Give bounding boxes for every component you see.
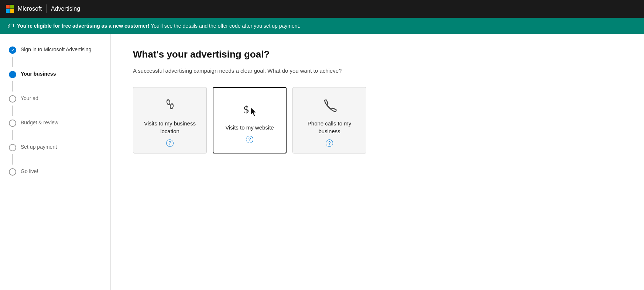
- sidebar-item-your-ad: Your ad: [9, 92, 110, 106]
- navbar-logo: Microsoft: [6, 5, 42, 13]
- step-label-your-ad: Your ad: [21, 94, 38, 102]
- website-cursor-icon: $: [240, 101, 259, 119]
- step-connector-2: [12, 81, 13, 92]
- goal-card-label-visits-location: Visits to my business location: [139, 120, 201, 135]
- step-connector-5: [12, 154, 13, 165]
- sidebar-item-sign-in: ✓ Sign in to Microsoft Advertising: [9, 43, 110, 57]
- sidebar-item-your-business: Your business: [9, 67, 110, 81]
- phone-icon: [320, 97, 339, 115]
- promo-banner: 🏷 You're eligible for free advertising a…: [0, 18, 644, 34]
- footprints-icon: [161, 97, 179, 115]
- step-dot-your-business: [9, 71, 16, 78]
- gift-icon: 🏷: [7, 22, 14, 30]
- goal-card-visits-location[interactable]: Visits to my business location ?: [133, 87, 207, 153]
- sidebar-item-go-live: Go live!: [9, 165, 110, 179]
- step-label-your-business: Your business: [21, 70, 56, 78]
- step-label-payment: Set up payment: [21, 143, 57, 151]
- navbar-app-label: Advertising: [51, 6, 80, 12]
- goal-card-visits-website[interactable]: $ Visits to my website ?: [213, 87, 287, 153]
- step-connector-3: [12, 106, 13, 116]
- navbar-divider: [46, 4, 47, 13]
- step-dot-payment: [9, 144, 16, 151]
- goal-card-label-visits-website: Visits to my website: [225, 124, 274, 131]
- step-connector-1: [12, 57, 13, 67]
- help-icon-visits-location[interactable]: ?: [166, 139, 174, 147]
- banner-message: You're eligible for free advertising as …: [17, 23, 300, 29]
- navbar: Microsoft Advertising: [0, 0, 644, 18]
- banner-rest-text: You'll see the details and the offer cod…: [150, 23, 301, 29]
- sidebar: ✓ Sign in to Microsoft Advertising Your …: [0, 34, 111, 290]
- banner-bold-text: You're eligible for free advertising as …: [17, 23, 150, 29]
- goal-card-label-phone-calls: Phone calls to my business: [299, 120, 360, 135]
- sidebar-item-budget-review: Budget & review: [9, 116, 110, 130]
- step-connector-4: [12, 130, 13, 140]
- page-subtitle: A successful advertising campaign needs …: [133, 68, 622, 74]
- step-label-budget-review: Budget & review: [21, 119, 58, 127]
- checkmark-icon: ✓: [11, 48, 14, 53]
- step-label-sign-in: Sign in to Microsoft Advertising: [21, 46, 91, 53]
- microsoft-logo-icon: [6, 5, 14, 13]
- page-title: What's your advertising goal?: [133, 49, 622, 60]
- help-icon-visits-website[interactable]: ?: [246, 136, 253, 143]
- step-dot-budget-review: [9, 120, 16, 127]
- svg-text:$: $: [243, 103, 249, 115]
- step-dot-sign-in: ✓: [9, 46, 16, 54]
- step-label-go-live: Go live!: [21, 168, 38, 175]
- dot-inner-your-business: [11, 73, 14, 76]
- page-layout: ✓ Sign in to Microsoft Advertising Your …: [0, 34, 644, 290]
- goal-cards-container: Visits to my business location ? $ Visit…: [133, 87, 622, 153]
- help-icon-phone-calls[interactable]: ?: [326, 139, 333, 147]
- step-dot-go-live: [9, 168, 16, 176]
- navbar-brand-label: Microsoft: [18, 6, 42, 12]
- step-dot-your-ad: [9, 95, 16, 103]
- main-content: What's your advertising goal? A successf…: [111, 34, 644, 290]
- sidebar-item-payment: Set up payment: [9, 140, 110, 154]
- goal-card-phone-calls[interactable]: Phone calls to my business ?: [292, 87, 366, 153]
- svg-marker-5: [251, 107, 256, 116]
